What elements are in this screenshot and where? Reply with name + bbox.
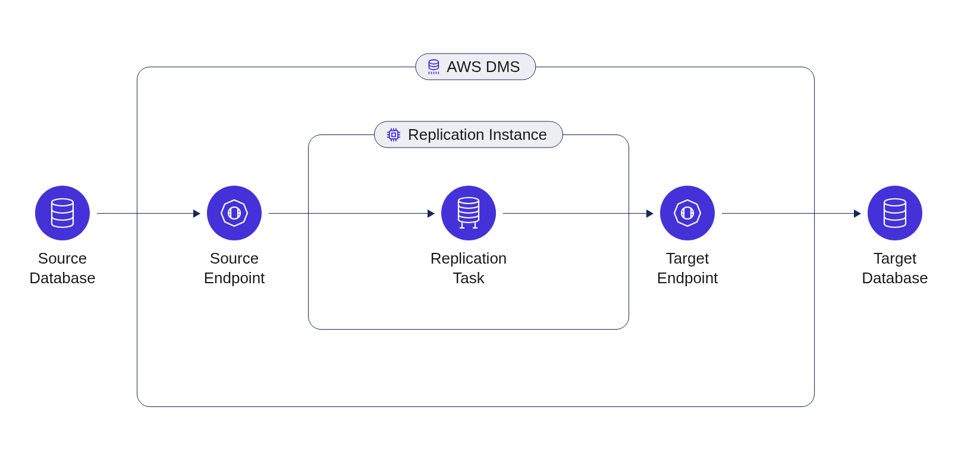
target-database-node: Target Database — [835, 186, 954, 287]
svg-point-20 — [52, 199, 73, 206]
svg-rect-7 — [392, 133, 395, 136]
svg-point-27 — [458, 198, 479, 204]
chip-icon — [385, 126, 402, 143]
source-endpoint-node: Source Endpoint — [175, 186, 294, 287]
replication-task-node: Replication Task — [409, 186, 528, 287]
svg-point-0 — [429, 60, 438, 64]
target-database-label: Target Database — [862, 249, 928, 287]
arrow-tgtendpoint-to-tgtdb — [722, 213, 860, 214]
diagram-canvas: AWS DMS — [0, 0, 980, 457]
dms-service-icon — [426, 58, 441, 75]
database-icon — [35, 186, 90, 240]
arrow-srcdb-to-srcendpoint — [97, 213, 200, 214]
svg-rect-6 — [390, 130, 398, 139]
source-database-label: Source Database — [29, 249, 95, 287]
target-endpoint-node: Target Endpoint — [628, 186, 747, 287]
endpoint-icon — [660, 186, 715, 240]
endpoint-icon — [207, 186, 262, 240]
target-endpoint-label: Target Endpoint — [657, 249, 718, 287]
replication-instance-pill: Replication Instance — [374, 121, 563, 148]
aws-dms-pill: AWS DMS — [415, 54, 536, 80]
database-icon — [868, 186, 922, 240]
svg-marker-32 — [674, 200, 701, 226]
svg-point-38 — [884, 199, 906, 206]
arrow-srcendpoint-to-task — [269, 213, 434, 214]
server-stack-icon — [441, 186, 496, 240]
svg-marker-21 — [221, 200, 247, 226]
source-database-node: Source Database — [3, 186, 122, 287]
aws-dms-pill-label: AWS DMS — [447, 58, 520, 76]
source-endpoint-label: Source Endpoint — [204, 249, 265, 287]
replication-task-label: Replication Task — [431, 249, 507, 287]
arrow-task-to-tgtendpoint — [503, 213, 653, 214]
replication-instance-pill-label: Replication Instance — [408, 126, 547, 144]
